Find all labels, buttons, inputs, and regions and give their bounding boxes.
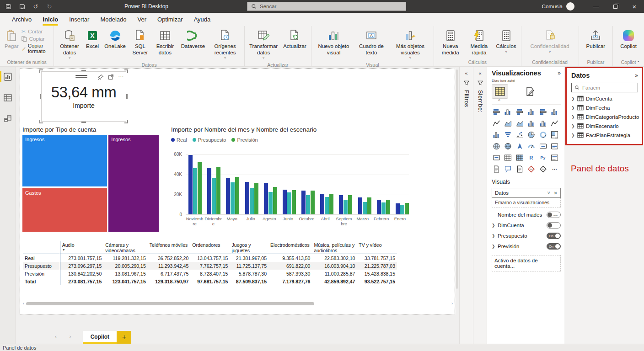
- table-row[interactable]: Total273.081.757,15123.041.757,15129.318…: [23, 277, 397, 285]
- line-chart-icon[interactable]: [492, 119, 501, 128]
- table-item-factplanestrategia[interactable]: ❯FactPlanEstrategia: [571, 132, 638, 138]
- pin-icon[interactable]: [98, 74, 104, 80]
- format-visual-tab[interactable]: [522, 84, 538, 99]
- get-data-button[interactable]: Obtener datos˅: [56, 27, 83, 62]
- well-previsi-n[interactable]: ❯PrevisiónOn: [492, 243, 561, 250]
- bar-previsión[interactable]: [367, 197, 371, 214]
- table-column-header[interactable]: Teléfonos móviles: [148, 241, 191, 254]
- excel-button[interactable]: X Excel: [83, 27, 102, 51]
- expand-icon[interactable]: ❯: [571, 106, 575, 110]
- bar-real[interactable]: [283, 190, 287, 214]
- table-item-dimcuenta[interactable]: ❯DimCuenta: [571, 96, 638, 101]
- smart-narrative-icon[interactable]: [515, 165, 524, 173]
- table-item-dimcategoríaproducto[interactable]: ❯DimCategoríaProducto: [571, 114, 638, 120]
- ribbon-tab-ayuda[interactable]: Ayuda: [188, 14, 216, 25]
- remove-field-icon[interactable]: ✕: [554, 191, 558, 196]
- bar-presupuesto[interactable]: [306, 195, 310, 214]
- toggle-off[interactable]: ‒‒: [547, 222, 561, 229]
- chevron-down-icon[interactable]: ˅: [547, 191, 550, 196]
- secondary-pane-collapsed[interactable]: « Slembe:: [473, 67, 487, 344]
- table-column-header[interactable]: Cámaras y videocámaras: [103, 241, 147, 254]
- matrix-icon[interactable]: [515, 154, 524, 162]
- bar-group[interactable]: [339, 154, 352, 214]
- table-item-dimescenario[interactable]: ❯DimEscenario: [571, 123, 638, 129]
- bar-real[interactable]: [320, 194, 324, 214]
- sensitivity-button[interactable]: Confidencialidad˅: [523, 27, 577, 55]
- bar-real[interactable]: [264, 183, 268, 214]
- sql-server-button[interactable]: SQL Server: [129, 27, 152, 57]
- minimize-button[interactable]: —: [586, 0, 606, 13]
- multi-row-card-icon[interactable]: [550, 142, 559, 150]
- bar-real[interactable]: [377, 200, 381, 214]
- table-scrollbar[interactable]: ‹ ›: [23, 301, 453, 306]
- collapse-ribbon-icon[interactable]: ⌃: [637, 60, 640, 65]
- bar-real[interactable]: [245, 182, 249, 215]
- bar-presupuesto[interactable]: [325, 197, 329, 215]
- add-page-button[interactable]: +: [117, 331, 131, 344]
- table-row[interactable]: Previsión130.842.202,5013.081.967,156.71…: [23, 270, 397, 277]
- r-script-icon[interactable]: R: [527, 154, 536, 162]
- publish-button[interactable]: Publicar: [581, 27, 611, 51]
- legend-item[interactable]: Real: [171, 137, 187, 143]
- bar-chart-plot[interactable]: [186, 154, 409, 215]
- more-visuals-button[interactable]: Más objetos visuales˅: [389, 27, 432, 62]
- bar-real[interactable]: [358, 197, 362, 214]
- paginated-report-icon[interactable]: [492, 165, 501, 173]
- filled-map-icon[interactable]: [504, 142, 513, 150]
- scroll-left-icon[interactable]: ‹: [23, 301, 24, 306]
- format-painter-button[interactable]: Copiar formato: [21, 43, 52, 54]
- table-column-header[interactable]: Juegos y juguetes: [230, 241, 268, 254]
- model-view-button[interactable]: [0, 112, 15, 125]
- refresh-button[interactable]: Actualizar: [280, 27, 309, 51]
- expand-filters-icon[interactable]: «: [465, 70, 467, 76]
- donut-chart-icon[interactable]: [538, 131, 547, 139]
- arcgis-map-icon[interactable]: [538, 165, 547, 173]
- bar-previsión[interactable]: [235, 177, 239, 215]
- bar-presupuesto[interactable]: [287, 192, 291, 214]
- bar-previsión[interactable]: [386, 200, 390, 214]
- scroll-right-icon[interactable]: ›: [451, 301, 453, 306]
- save-icon[interactable]: [5, 3, 12, 10]
- calculations-button[interactable]: Cálculos˅: [493, 27, 519, 55]
- slicer-icon[interactable]: [550, 154, 559, 162]
- save-as-icon[interactable]: [18, 3, 26, 10]
- bar-real[interactable]: [207, 168, 211, 214]
- expand-icon[interactable]: ❯: [571, 124, 575, 128]
- kpi-icon[interactable]: [492, 154, 501, 162]
- open-in-new-icon[interactable]: [108, 74, 114, 80]
- table-icon[interactable]: [504, 154, 513, 162]
- restore-button[interactable]: [606, 0, 625, 13]
- stacked-bar-chart-icon[interactable]: [492, 108, 501, 116]
- bar-real[interactable]: [301, 191, 306, 214]
- ribbon-tab-archivo[interactable]: Archivo: [6, 14, 37, 25]
- bar-group[interactable]: [207, 154, 220, 214]
- table-visual[interactable]: Audio▼Cámaras y videocámarasTeléfonos mó…: [23, 241, 397, 285]
- ribbon-tab-ver[interactable]: Ver: [132, 14, 152, 25]
- user-name[interactable]: Comusia: [542, 4, 563, 9]
- table-column-header[interactable]: Ordenadores: [190, 241, 230, 254]
- line-clustered-column-chart-icon[interactable]: [538, 119, 547, 128]
- toggle-on[interactable]: On: [547, 243, 561, 250]
- report-page[interactable]: ⋯ 53,64 mm Importe Importe por Tipo de c…: [20, 69, 455, 314]
- bar-group[interactable]: [245, 154, 258, 214]
- table-row[interactable]: Presupuesto273.096.297,1520.005.290,1511…: [23, 262, 397, 270]
- table-item-dimfecha[interactable]: ❯DimFecha: [571, 105, 638, 111]
- bar-presupuesto[interactable]: [381, 202, 386, 214]
- drill-through-box[interactable]: Emarno a visualizaciones: [492, 198, 561, 207]
- bar-presupuesto[interactable]: [400, 205, 404, 214]
- well-dimcuenta[interactable]: ❯DimCuenta‒‒: [492, 222, 561, 229]
- treemap-icon[interactable]: [550, 131, 559, 139]
- build-visual-tab[interactable]: [492, 84, 508, 99]
- more-options-icon[interactable]: ⋯: [118, 74, 124, 80]
- ribbon-tab-inicio[interactable]: Inicio: [37, 14, 64, 25]
- bar-previsión[interactable]: [273, 187, 277, 215]
- map-icon[interactable]: [492, 142, 501, 150]
- filters-pane-collapsed[interactable]: « Filtros: [459, 67, 473, 344]
- line-stacked-column-chart-icon[interactable]: [527, 119, 536, 128]
- transform-data-button[interactable]: Transformar datos˅: [247, 27, 280, 62]
- expand-secondary-icon[interactable]: «: [478, 70, 481, 76]
- bar-real[interactable]: [339, 195, 343, 214]
- 100-stacked-column-chart-icon[interactable]: [550, 108, 559, 116]
- card-visual[interactable]: ⋯ 53,64 mm Importe: [41, 71, 126, 122]
- treemap-visual[interactable]: IngresosGastosIngresos: [22, 135, 159, 232]
